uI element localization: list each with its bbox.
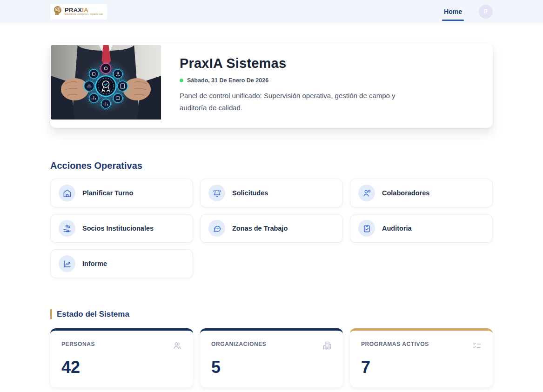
brand-logo[interactable]: PRAXIA Soluciones inteligentes, impacto … (50, 4, 107, 20)
home-icon (59, 185, 75, 201)
action-label: Solicitudes (232, 189, 268, 197)
building-icon (322, 341, 332, 352)
users-icon (173, 341, 182, 352)
clipboard-check-icon (358, 220, 375, 237)
stats-grid: PERSONAS 42 ORGANIZACIONES 5 PROGRAMAS A… (50, 328, 493, 387)
action-label: Informe (82, 260, 107, 267)
stat-card-organizaciones: ORGANIZACIONES 5 (200, 328, 343, 387)
brand-head-gears-icon (53, 5, 63, 18)
bell-ring-icon (208, 185, 225, 201)
action-label: Socios Institucionales (82, 225, 154, 232)
stat-label: ORGANIZACIONES (211, 341, 266, 347)
brand-tagline: Soluciones inteligentes, impacto real. (65, 13, 103, 16)
hero-description: Panel de control unificado: Supervisión … (180, 90, 401, 114)
main-content: PraxIA Sistemas Sábado, 31 De Enero De 2… (50, 43, 493, 387)
stat-value-programas: 7 (361, 358, 482, 377)
action-solicitudes[interactable]: Solicitudes (200, 179, 343, 207)
user-voice-icon (358, 185, 375, 201)
stat-label: PROGRAMAS ACTIVOS (361, 341, 429, 347)
stat-card-personas: PERSONAS 42 (50, 328, 193, 387)
action-zonas-de-trabajo[interactable]: Zonas de Trabajo (200, 214, 343, 243)
action-socios-institucionales[interactable]: Socios Institucionales (50, 214, 193, 243)
hero-image (51, 45, 161, 120)
message-dots-icon (208, 220, 225, 237)
user-avatar[interactable]: P (479, 5, 493, 19)
action-grid: Planificar Turno Solicitudes Colaborador… (50, 179, 493, 278)
action-planificar-turno[interactable]: Planificar Turno (50, 179, 193, 207)
page-title: PraxIA Sistemas (180, 56, 401, 71)
brand-name: PRAXIA (65, 7, 103, 13)
action-label: Planificar Turno (82, 189, 133, 197)
gold-accent-bar (50, 309, 52, 319)
app-header: PRAXIA Soluciones inteligentes, impacto … (0, 0, 543, 23)
actions-heading: Acciones Operativas (50, 160, 493, 171)
action-label: Colaboradores (382, 189, 429, 197)
hero-card: PraxIA Sistemas Sábado, 31 De Enero De 2… (50, 43, 493, 128)
stat-label: PERSONAS (61, 341, 95, 347)
stats-heading: Estado del Sistema (57, 310, 129, 319)
action-auditoria[interactable]: Auditoria (350, 214, 493, 243)
stat-card-programas-activos: PROGRAMAS ACTIVOS 7 (350, 328, 493, 387)
action-informe[interactable]: Informe (50, 249, 193, 278)
nav-home[interactable]: Home (443, 1, 463, 22)
stat-value-personas: 42 (61, 358, 182, 377)
action-label: Zonas de Trabajo (232, 225, 288, 232)
line-chart-icon (59, 255, 75, 272)
gears-network-illustration (51, 45, 161, 120)
action-colaboradores[interactable]: Colaboradores (350, 179, 493, 207)
list-checks-icon (472, 341, 482, 352)
hand-coins-icon (59, 220, 75, 237)
current-date: Sábado, 31 De Enero De 2026 (187, 77, 268, 84)
action-label: Auditoria (382, 225, 412, 232)
status-dot-icon (180, 79, 183, 82)
stats-heading-row: Estado del Sistema (50, 309, 493, 319)
stat-value-organizaciones: 5 (211, 358, 332, 377)
